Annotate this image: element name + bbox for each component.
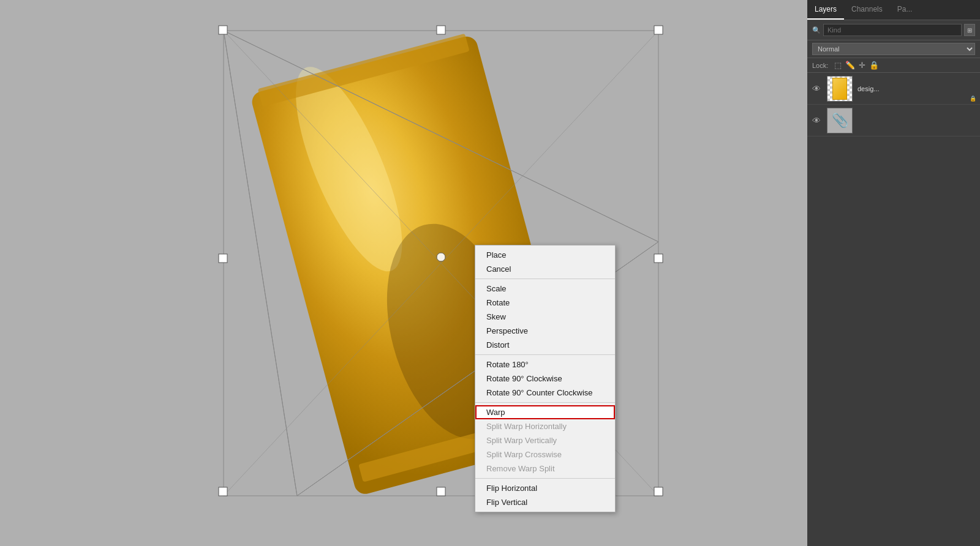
staple-icon: 📎 — [832, 113, 848, 129]
menu-group-rotate: Rotate 180° Rotate 90° Clockwise Rotate … — [475, 355, 615, 403]
lock-row: Lock: ⬚ ✏️ ✛ 🔒 — [807, 58, 980, 73]
lock-transparent-icon[interactable]: ⬚ — [834, 61, 842, 70]
menu-group-place-cancel: Place Cancel — [475, 245, 615, 279]
menu-item-rotate-90ccw[interactable]: Rotate 90° Counter Clockwise — [475, 386, 615, 400]
layer-thumb-gold — [827, 76, 853, 102]
search-icon: 🔍 — [812, 26, 821, 34]
menu-item-scale[interactable]: Scale — [475, 282, 615, 296]
layer-lock-gold: 🔒 — [970, 95, 976, 102]
menu-item-rotate-180[interactable]: Rotate 180° — [475, 357, 615, 372]
lock-image-icon[interactable]: ✏️ — [845, 61, 855, 70]
menu-item-cancel[interactable]: Cancel — [475, 262, 615, 276]
menu-item-split-warp-vertically: Split Warp Vertically — [475, 433, 615, 447]
blend-mode-row: Normal — [807, 40, 980, 58]
menu-item-distort[interactable]: Distort — [475, 338, 615, 352]
menu-group-transform: Scale Rotate Skew Perspective Distort — [475, 279, 615, 355]
layer-thumb-gray: 📎 — [827, 108, 853, 133]
menu-item-warp[interactable]: Warp — [475, 405, 615, 419]
menu-item-perspective[interactable]: Perspective — [475, 324, 615, 338]
lock-label: Lock: — [812, 62, 828, 69]
tab-pa[interactable]: Pa... — [890, 0, 920, 20]
menu-item-rotate-90cw[interactable]: Rotate 90° Clockwise — [475, 372, 615, 386]
menu-group-flip: Flip Horizontal Flip Vertical — [475, 479, 615, 512]
menu-item-place[interactable]: Place — [475, 248, 615, 262]
lock-all-icon[interactable]: 🔒 — [869, 61, 879, 70]
tab-layers[interactable]: Layers — [807, 0, 844, 20]
eye-icon-layer2[interactable]: 👁 — [812, 116, 822, 125]
layer-item-gold[interactable]: 👁 desig... 🔒 — [807, 73, 980, 105]
kind-filter-button[interactable]: ⊞ — [964, 24, 975, 36]
context-menu: Place Cancel Scale Rotate Skew Perspecti… — [475, 245, 616, 512]
panel-tabs: Layers Channels Pa... — [807, 0, 980, 20]
menu-item-remove-warp-split: Remove Warp Split — [475, 462, 615, 476]
search-bar: 🔍 ⊞ — [807, 20, 980, 40]
menu-item-split-warp-horizontally: Split Warp Horizontally — [475, 419, 615, 433]
eye-icon-layer1[interactable]: 👁 — [812, 84, 822, 94]
tab-channels[interactable]: Channels — [844, 0, 890, 20]
lock-position-icon[interactable]: ✛ — [859, 61, 865, 70]
blend-mode-select[interactable]: Normal — [812, 43, 975, 55]
menu-item-flip-horizontal[interactable]: Flip Horizontal — [475, 481, 615, 495]
right-panel: Layers Channels Pa... 🔍 ⊞ Normal Lock: ⬚… — [807, 0, 980, 546]
layer-item-gray[interactable]: 👁 📎 — [807, 105, 980, 136]
menu-item-split-warp-crosswise: Split Warp Crosswise — [475, 447, 615, 462]
layer-name-gold: desig... — [858, 85, 879, 92]
menu-item-rotate[interactable]: Rotate — [475, 296, 615, 310]
canvas-area: Place Cancel Scale Rotate Skew Perspecti… — [0, 0, 807, 546]
menu-item-skew[interactable]: Skew — [475, 310, 615, 324]
search-input[interactable] — [823, 24, 962, 36]
menu-group-warp: Warp Split Warp Horizontally Split Warp … — [475, 403, 615, 479]
bag-container — [196, 12, 698, 514]
menu-item-flip-vertical[interactable]: Flip Vertical — [475, 495, 615, 509]
